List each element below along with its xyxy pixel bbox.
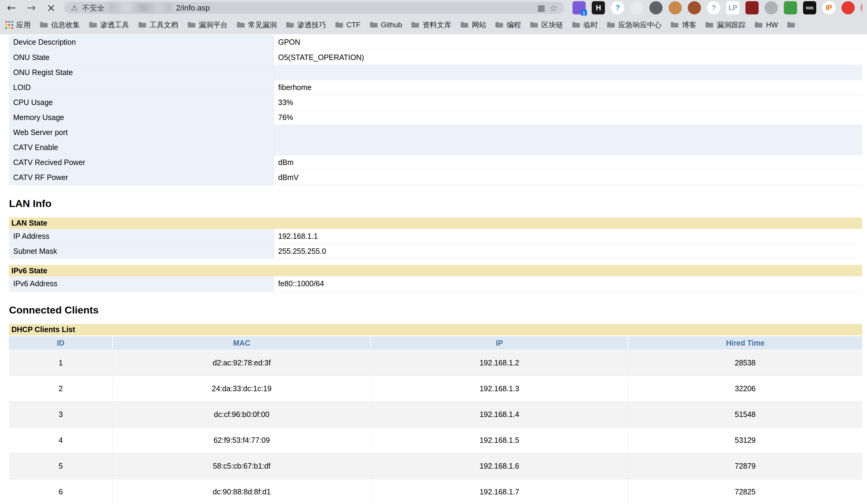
folder-icon (460, 21, 469, 28)
info-label: CATV RF Power (9, 170, 274, 185)
bookmark-label: Github (381, 21, 402, 29)
bookmark-label: 资料文库 (422, 20, 451, 30)
extension-icon[interactable]: 0101 (803, 1, 816, 14)
info-label: Device Description (9, 35, 274, 50)
table-row: ONU StateO5(STATE_OPERATION) (9, 50, 862, 65)
bookmark-folder[interactable]: 博客 (670, 20, 696, 30)
folder-icon (670, 21, 679, 28)
client-ip: 192.168.1.4 (371, 402, 628, 427)
extension-glyph: LP (729, 3, 737, 12)
apps-grid-icon (6, 21, 13, 29)
extension-icon[interactable] (842, 1, 855, 14)
extension-icon[interactable] (746, 1, 759, 14)
lan-info-title: LAN Info (9, 197, 867, 210)
client-hired-time: 72879 (628, 453, 862, 479)
bookmark-folder[interactable]: 渗透技巧 (286, 20, 326, 30)
bookmark-folder[interactable]: 临时 (572, 20, 598, 30)
bookmark-folder[interactable]: 常见漏洞 (237, 20, 277, 30)
client-mac: d2:ac:92:78:ed:3f (113, 350, 371, 376)
connected-clients-title: Connected Clients (9, 304, 867, 316)
client-mac: 24:da:33:dc:1c:19 (113, 376, 371, 402)
folder-icon (89, 21, 97, 28)
info-label: IPv6 Address (9, 276, 274, 291)
bookmark-folder[interactable]: CTF (335, 21, 361, 29)
client-ip: 192.168.1.6 (371, 453, 628, 479)
bookmark-folder[interactable]: 渗透工具 (89, 20, 129, 30)
info-label: CATV Enable (9, 140, 274, 155)
extension-icon[interactable]: ? (707, 1, 720, 14)
qr-code-icon[interactable]: ▦ (537, 3, 545, 13)
bookmark-folder[interactable]: 区块链 (530, 20, 563, 30)
extension-icon[interactable] (784, 1, 797, 14)
bookmark-label: 应急响应中心 (618, 20, 661, 30)
bookmark-label: 信息收集 (51, 20, 80, 30)
extension-icon[interactable] (668, 1, 682, 14)
client-ip: 192.168.1.7 (371, 479, 628, 504)
bookmark-label: CTF (346, 21, 361, 29)
table-row: Web Server port (9, 125, 862, 140)
folder-icon (411, 21, 419, 28)
extension-glyph: IP (826, 3, 832, 12)
bookmark-label: 编程 (506, 20, 521, 30)
info-value: O5(STATE_OPERATION) (274, 50, 862, 65)
info-value: dBm (274, 155, 862, 170)
table-row: ONU Regist State (9, 65, 862, 80)
folder-icon (40, 21, 48, 28)
bookmark-folder[interactable]: 信息收集 (40, 20, 80, 30)
redacted-url-segment (109, 3, 172, 12)
bookmark-star-icon[interactable]: ☆ (549, 3, 557, 13)
forward-button[interactable]: → (25, 2, 38, 13)
info-label: ONU Regist State (9, 65, 274, 80)
column-header-id: ID (9, 336, 113, 350)
table-row: CATV Recived PowerdBm (9, 155, 862, 170)
bookmark-folder[interactable]: 资料文库 (411, 20, 451, 30)
table-row: Subnet Mask255.255.255.0 (9, 244, 862, 259)
bookmark-folder[interactable]: 编程 (495, 20, 521, 30)
bookmark-folder[interactable]: 工具文档 (138, 20, 178, 30)
client-hired-time: 72825 (628, 479, 862, 504)
folder-icon (572, 21, 580, 28)
extension-icon[interactable]: H (592, 1, 605, 14)
table-header-row: ID MAC IP Hired Time (9, 336, 862, 350)
browser-chrome: ← → × ⚠ 不安全 2/info.asp ▦ ☆ 1 H ? ? LP 01… (0, 0, 867, 34)
extension-icon[interactable] (764, 1, 778, 14)
extension-icon[interactable]: IP (822, 1, 835, 14)
extension-glyph: ? (711, 3, 716, 12)
info-value (274, 125, 862, 140)
bookmark-folder[interactable]: HW (754, 21, 778, 29)
bookmark-folder[interactable]: Github (370, 21, 402, 29)
extension-icon[interactable] (688, 1, 701, 14)
extension-icon[interactable] (630, 1, 643, 14)
dhcp-clients-table: ID MAC IP Hired Time 1d2:ac:92:78:ed:3f1… (9, 336, 862, 504)
address-bar[interactable]: ⚠ 不安全 2/info.asp ▦ ☆ (64, 2, 564, 14)
stop-button[interactable]: × (44, 2, 58, 13)
client-id: 2 (9, 376, 113, 402)
bookmark-label: 区块链 (541, 20, 563, 30)
security-label: 不安全 (82, 3, 105, 13)
folder-icon (495, 21, 503, 28)
client-mac: dc:cf:96:b0:0f:00 (113, 402, 371, 427)
bookmark-folder[interactable]: 应急响应中心 (607, 20, 661, 30)
folder-icon (286, 21, 294, 28)
extension-icon[interactable] (649, 1, 663, 14)
bookmark-label: 临时 (583, 20, 598, 30)
bookmark-folder[interactable]: 漏洞平台 (187, 20, 227, 30)
extension-icon[interactable] (861, 1, 862, 14)
table-row: 6dc:90:88:8d:8f:d1192.168.1.772825 (9, 479, 862, 504)
bookmark-apps[interactable]: 应用 (6, 20, 31, 30)
column-header-ip: IP (371, 336, 628, 350)
bookmark-label: 漏洞平台 (199, 20, 227, 30)
extension-icon[interactable]: 1 (572, 1, 586, 14)
bookmark-label: 渗透技巧 (297, 20, 326, 30)
folder-icon (754, 21, 763, 28)
table-row: IPv6 Addressfe80::1000/64 (9, 276, 862, 291)
back-button[interactable]: ← (5, 2, 18, 13)
folder-icon (138, 21, 147, 28)
bookmark-folder[interactable] (787, 21, 795, 28)
extension-icon[interactable]: ? (611, 1, 624, 14)
folder-icon (787, 21, 795, 28)
bookmark-folder[interactable]: 网站 (460, 20, 486, 30)
extension-icon[interactable]: LP (726, 1, 739, 14)
bookmark-folder[interactable]: 漏洞跟踪 (705, 20, 746, 30)
client-hired-time: 53129 (628, 427, 862, 453)
